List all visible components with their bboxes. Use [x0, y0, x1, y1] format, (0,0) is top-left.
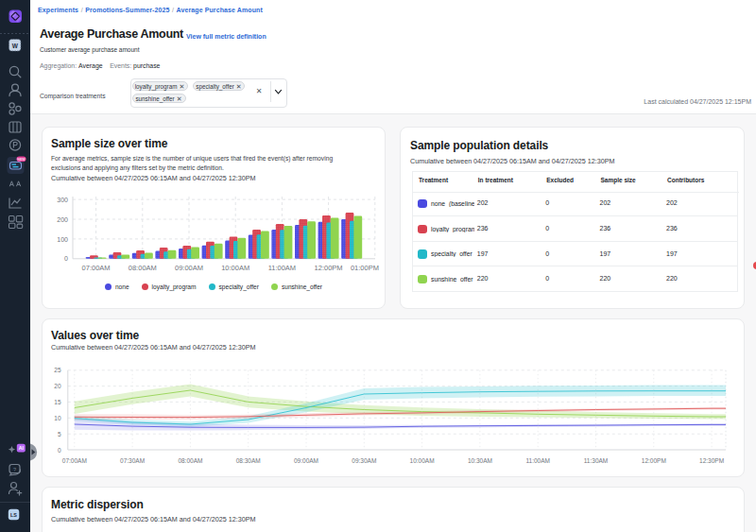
svg-text:10:30AM: 10:30AM [468, 457, 492, 464]
svg-text:01:00PM: 01:00PM [351, 264, 379, 272]
svg-text:11:30AM: 11:30AM [584, 457, 609, 464]
svg-text:AI: AI [19, 445, 25, 451]
svg-text:08:00AM: 08:00AM [178, 457, 202, 464]
svg-text:09:00AM: 09:00AM [175, 264, 203, 272]
svg-text:10:00AM: 10:00AM [410, 457, 435, 464]
svg-text:10:00AM: 10:00AM [221, 264, 249, 272]
svg-text:12:00PM: 12:00PM [315, 264, 343, 272]
svg-text:09:30AM: 09:30AM [352, 457, 376, 464]
svg-text:07:30AM: 07:30AM [120, 457, 145, 464]
svg-text:10: 10 [54, 415, 61, 421]
svg-text:0: 0 [64, 255, 68, 262]
svg-text:08:30AM: 08:30AM [236, 457, 261, 464]
svg-text:25: 25 [54, 367, 61, 373]
svg-text:200: 200 [57, 216, 68, 223]
svg-text:12:00PM: 12:00PM [642, 457, 666, 464]
svg-text:15: 15 [54, 399, 61, 405]
svg-text:NEW: NEW [17, 158, 26, 162]
svg-text:LS: LS [10, 512, 17, 518]
svg-text:20: 20 [54, 383, 61, 389]
svg-text:W: W [12, 43, 19, 49]
svg-text:07:00AM: 07:00AM [62, 457, 87, 464]
svg-text:08:00AM: 08:00AM [129, 264, 157, 272]
svg-text:07:00AM: 07:00AM [82, 264, 111, 272]
svg-text:300: 300 [57, 197, 68, 203]
svg-text:100: 100 [57, 236, 68, 243]
svg-text:0: 0 [58, 447, 61, 454]
svg-text:11:00AM: 11:00AM [525, 457, 550, 464]
svg-text:5: 5 [58, 431, 61, 438]
svg-text:09:00AM: 09:00AM [294, 457, 318, 464]
svg-text:11:00AM: 11:00AM [268, 264, 296, 272]
svg-text:?: ? [13, 467, 16, 472]
svg-text:12:30PM: 12:30PM [699, 457, 724, 464]
